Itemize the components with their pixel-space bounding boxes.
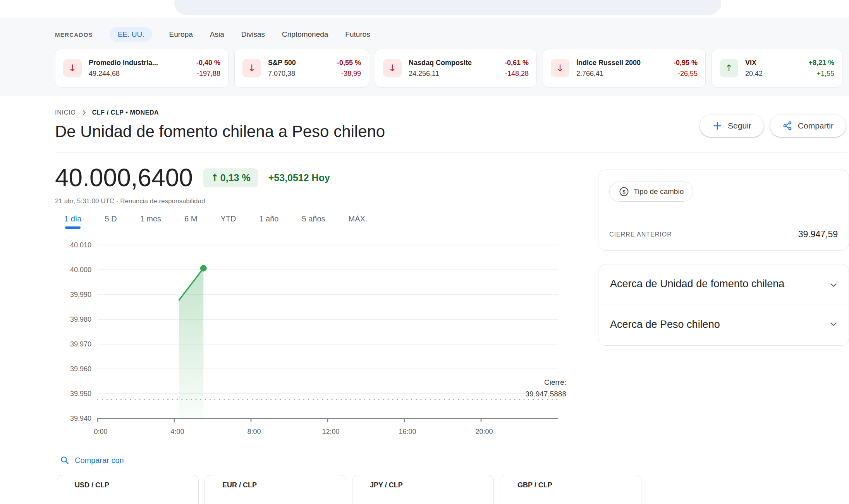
index-name: Nasdaq Composite <box>409 59 472 67</box>
markets-tab-futures[interactable]: Futuros <box>345 30 370 39</box>
sidebar: $ Tipo de cambio CIERRE ANTERIOR 39.947,… <box>598 170 849 346</box>
compare-pair-label: USD / CLP <box>75 481 109 489</box>
compare-pair-label: JPY / CLP <box>370 481 403 489</box>
index-abs-change: -197,88 <box>197 70 220 78</box>
plus-icon <box>712 121 722 131</box>
svg-text:39.950: 39.950 <box>70 390 91 398</box>
index-pct-change: +8,21 % <box>808 59 834 67</box>
trend-up-icon: ↑ <box>720 59 738 77</box>
share-button-label: Compartir <box>798 121 834 130</box>
previous-close-label: CIERRE ANTERIOR <box>609 231 672 238</box>
compare-with-button[interactable]: Comparar con <box>60 456 849 465</box>
svg-text:8:00: 8:00 <box>247 428 261 435</box>
range-tab-6m[interactable]: 6 M <box>184 214 197 229</box>
svg-text:16:00: 16:00 <box>399 428 416 435</box>
chevron-right-icon <box>81 109 88 116</box>
quote-abs-change: +53,0512 Hoy <box>268 172 330 183</box>
quote-pct-value: 0,13 % <box>220 172 251 183</box>
quote-price: 40.000,6400 <box>55 163 193 192</box>
index-name: Promedio Industria... <box>89 59 158 67</box>
index-card-russell[interactable]: ↓ Índice Russell 2000 -0,95 % 2.766,41 -… <box>543 49 706 87</box>
svg-text:40.010: 40.010 <box>70 241 91 249</box>
about-clf-section[interactable]: Acerca de Unidad de fomento chilena <box>598 264 849 305</box>
range-tab-5d[interactable]: 5 D <box>105 214 117 229</box>
range-tab-ytd[interactable]: YTD <box>220 214 236 229</box>
index-card-sp500[interactable]: ↓ S&P 500 -0,55 % 7.070,38 -38,99 <box>234 49 369 87</box>
svg-text:$: $ <box>622 189 626 195</box>
top-app-bar <box>0 0 849 18</box>
search-bar[interactable] <box>174 0 721 15</box>
index-value: 7.070,38 <box>268 70 295 78</box>
index-value: 2.766,41 <box>576 70 603 78</box>
range-tab-max[interactable]: MÁX. <box>349 214 368 229</box>
index-name: Índice Russell 2000 <box>576 59 641 67</box>
trend-down-icon: ↓ <box>242 59 261 77</box>
markets-nav-label: MERCADOS <box>55 31 93 38</box>
markets-tab-currencies[interactable]: Divisas <box>241 30 265 39</box>
about-clp-section[interactable]: Acerca de Peso chileno <box>598 305 849 345</box>
range-tab-1y[interactable]: 1 año <box>259 214 278 229</box>
compare-pair-label: GBP / CLP <box>517 481 552 489</box>
index-abs-change: -38,99 <box>341 70 361 78</box>
svg-text:39.980: 39.980 <box>70 315 91 323</box>
index-value: 24.256,11 <box>409 70 439 78</box>
index-name: VIX <box>745 59 756 67</box>
about-card: Acerca de Unidad de fomento chilena Acer… <box>598 264 849 346</box>
previous-close-row: CIERRE ANTERIOR 39.947,59 <box>609 229 838 240</box>
disclaimer-link[interactable]: Renuncia de responsabilidad <box>120 197 205 205</box>
compare-with-label: Comparar con <box>75 456 124 465</box>
title-divider <box>55 152 847 153</box>
svg-text:12:00: 12:00 <box>322 428 339 435</box>
index-pct-change: -0,61 % <box>505 59 529 67</box>
index-card-nasdaq[interactable]: ↓ Nasdaq Composite -0,61 % 24.256,11 -14… <box>375 49 537 87</box>
exchange-info-card: $ Tipo de cambio CIERRE ANTERIOR 39.947,… <box>598 170 849 251</box>
svg-text:39.960: 39.960 <box>70 365 91 373</box>
markets-tab-asia[interactable]: Asia <box>210 30 224 39</box>
previous-close-value: 39.947,59 <box>798 229 838 240</box>
quote-pct-badge: ↑ 0,13 % <box>203 168 258 187</box>
compare-card-jpy-clp[interactable]: JPY / CLP <box>352 475 494 504</box>
svg-text:4:00: 4:00 <box>170 428 184 435</box>
breadcrumb-home-link[interactable]: INICIO <box>55 109 76 116</box>
index-pct-change: -0,40 % <box>196 59 220 67</box>
svg-text:0:00: 0:00 <box>94 428 107 435</box>
index-card-vix[interactable]: ↑ VIX +8,21 % 20,42 +1,55 <box>712 49 842 87</box>
trend-down-icon: ↓ <box>551 59 569 77</box>
compare-suggestions: USD / CLP EUR / CLP JPY / CLP GBP / CLP <box>57 475 849 504</box>
svg-text:40.000: 40.000 <box>70 266 91 274</box>
up-arrow-icon: ↑ <box>211 172 219 183</box>
index-card-dow[interactable]: ↓ Promedio Industria... -0,40 % 49.244,6… <box>55 49 229 87</box>
search-icon <box>60 456 69 465</box>
share-button[interactable]: Compartir <box>770 115 846 137</box>
chevron-down-icon[interactable] <box>828 319 839 329</box>
about-clf-title: Acerca de Unidad de fomento chilena <box>610 277 796 291</box>
exchange-rate-chip[interactable]: $ Tipo de cambio <box>609 182 693 202</box>
compare-card-usd-clp[interactable]: USD / CLP <box>57 475 199 504</box>
compare-card-gbp-clp[interactable]: GBP / CLP <box>500 475 641 504</box>
svg-text:39.940: 39.940 <box>70 415 91 422</box>
svg-text:39.970: 39.970 <box>70 340 91 348</box>
index-pct-change: -0,55 % <box>337 59 361 67</box>
markets-section: MERCADOS EE. UU. Europa Asia Divisas Cri… <box>0 18 849 96</box>
svg-text:39.947,5888: 39.947,5888 <box>525 390 566 398</box>
range-tab-1d[interactable]: 1 día <box>64 214 81 229</box>
svg-text:39.990: 39.990 <box>70 291 91 298</box>
markets-tab-europe[interactable]: Europa <box>169 30 193 39</box>
chevron-down-icon[interactable] <box>828 280 839 290</box>
markets-tab-us[interactable]: EE. UU. <box>110 27 152 42</box>
index-pct-change: -0,95 % <box>674 59 698 67</box>
currency-dollar-icon: $ <box>619 187 629 197</box>
divider <box>609 218 838 218</box>
timestamp-text: 21 abr, 5:31:00 UTC · <box>55 197 118 205</box>
range-tab-1m[interactable]: 1 mes <box>140 214 161 229</box>
exchange-rate-chip-label: Tipo de cambio <box>634 187 684 196</box>
markets-tab-crypto[interactable]: Criptomoneda <box>282 30 328 39</box>
compare-card-eur-clp[interactable]: EUR / CLP <box>205 475 346 504</box>
follow-button[interactable]: Seguir <box>700 115 764 137</box>
range-tab-5y[interactable]: 5 años <box>302 214 325 229</box>
index-value: 20,42 <box>745 70 763 78</box>
breadcrumb-current: CLF / CLP • MONEDA <box>92 109 159 116</box>
index-abs-change: -148,28 <box>505 70 529 78</box>
follow-button-label: Seguir <box>728 121 751 130</box>
svg-text:20:00: 20:00 <box>475 428 493 435</box>
